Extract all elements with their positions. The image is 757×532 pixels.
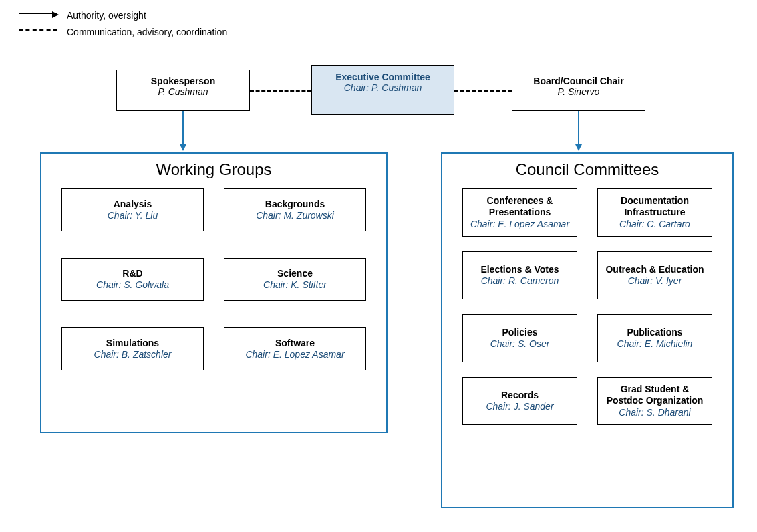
group-box-title: Outreach & Education: [605, 264, 704, 276]
dashed-connector-left: [250, 90, 311, 92]
board-chair-name: P. Sinervo: [515, 86, 642, 97]
legend-solid-row: Authority, oversight: [19, 9, 227, 21]
group-box-chair: Chair: J. Sander: [486, 401, 553, 413]
spokesperson-box: Spokesperson P. Cushman: [116, 70, 250, 111]
executive-committee-chair: Chair: P. Cushman: [315, 82, 451, 93]
group-box-chair: Chair: M. Zurowski: [256, 210, 334, 222]
group-box-chair: Chair: E. Lopez Asamar: [245, 349, 344, 361]
group-box: Documentation InfrastructureChair: C. Ca…: [597, 188, 712, 237]
dashed-connector-right: [454, 90, 512, 92]
group-box: PublicationsChair: E. Michielin: [597, 314, 712, 362]
group-box: Conferences & PresentationsChair: E. Lop…: [462, 188, 577, 237]
authority-arrow-to-council-committees: [578, 111, 579, 150]
exec-chair-prefix: Chair:: [344, 82, 369, 93]
group-box-chair: Chair: C. Cartaro: [619, 219, 690, 231]
group-box: ScienceChair: K. Stifter: [224, 258, 366, 301]
executive-committee-title: Executive Committee: [315, 72, 451, 82]
group-box-chair: Chair: S. Dharani: [619, 407, 690, 419]
group-box-title: Software: [275, 338, 315, 350]
authority-arrow-to-working-groups: [182, 111, 184, 150]
group-box-title: Grad Student & Postdoc Organization: [602, 384, 708, 407]
board-chair-box: Board/Council Chair P. Sinervo: [512, 70, 645, 111]
group-box-title: Policies: [502, 327, 538, 339]
group-box-title: Simulations: [106, 338, 159, 350]
group-box-title: Analysis: [114, 198, 152, 211]
group-box: SimulationsChair: B. Zatschler: [61, 327, 204, 370]
working-groups-container: Working Groups AnalysisChair: Y. LiuBack…: [40, 152, 388, 433]
group-box: RecordsChair: J. Sander: [462, 377, 577, 425]
legend-dashed-row: Communication, advisory, coordination: [19, 26, 227, 37]
council-committees-grid: Conferences & PresentationsChair: E. Lop…: [442, 188, 732, 441]
legend: Authority, oversight Communication, advi…: [19, 9, 227, 43]
council-committees-title: Council Committees: [442, 154, 732, 188]
group-box-chair: Chair: B. Zatschler: [94, 349, 172, 361]
group-box-chair: Chair: R. Cameron: [481, 275, 559, 287]
legend-solid-label: Authority, oversight: [67, 10, 146, 21]
working-groups-title: Working Groups: [41, 154, 386, 188]
exec-chair-name: P. Cushman: [371, 82, 422, 93]
group-box-title: Conferences & Presentations: [467, 195, 573, 219]
working-groups-grid: AnalysisChair: Y. LiuBackgroundsChair: M…: [41, 188, 386, 389]
group-box-chair: Chair: Y. Liu: [108, 210, 158, 222]
group-box-title: Elections & Votes: [480, 264, 559, 276]
group-box-title: Backgrounds: [265, 198, 325, 211]
spokesperson-name: P. Cushman: [120, 86, 247, 97]
group-box-title: Documentation Infrastructure: [602, 195, 708, 219]
group-box-title: Records: [501, 390, 539, 402]
council-committees-container: Council Committees Conferences & Present…: [441, 152, 734, 508]
group-box-chair: Chair: S. Golwala: [96, 279, 169, 291]
group-box: PoliciesChair: S. Oser: [462, 314, 577, 362]
group-box-title: R&D: [122, 268, 142, 280]
group-box-chair: Chair: K. Stifter: [263, 279, 327, 291]
group-box-title: Publications: [627, 327, 682, 339]
arrow-icon: [19, 13, 57, 21]
group-box: Elections & VotesChair: R. Cameron: [462, 251, 577, 299]
group-box-title: Science: [277, 268, 313, 280]
board-chair-title: Board/Council Chair: [515, 76, 642, 86]
legend-dashed-label: Communication, advisory, coordination: [67, 27, 227, 37]
group-box: Grad Student & Postdoc OrganizationChair…: [597, 377, 712, 425]
spokesperson-title: Spokesperson: [120, 76, 247, 86]
group-box-chair: Chair: V. Iyer: [628, 275, 682, 287]
group-box: AnalysisChair: Y. Liu: [61, 188, 204, 231]
executive-committee-box: Executive Committee Chair: P. Cushman: [311, 65, 454, 115]
group-box: SoftwareChair: E. Lopez Asamar: [224, 327, 366, 370]
group-box: Outreach & EducationChair: V. Iyer: [597, 251, 712, 299]
group-box: R&DChair: S. Golwala: [61, 258, 204, 301]
group-box: BackgroundsChair: M. Zurowski: [224, 188, 366, 231]
dashed-line-icon: [19, 29, 57, 37]
group-box-chair: Chair: E. Michielin: [617, 338, 693, 350]
group-box-chair: Chair: E. Lopez Asamar: [470, 219, 569, 231]
group-box-chair: Chair: S. Oser: [490, 338, 550, 350]
